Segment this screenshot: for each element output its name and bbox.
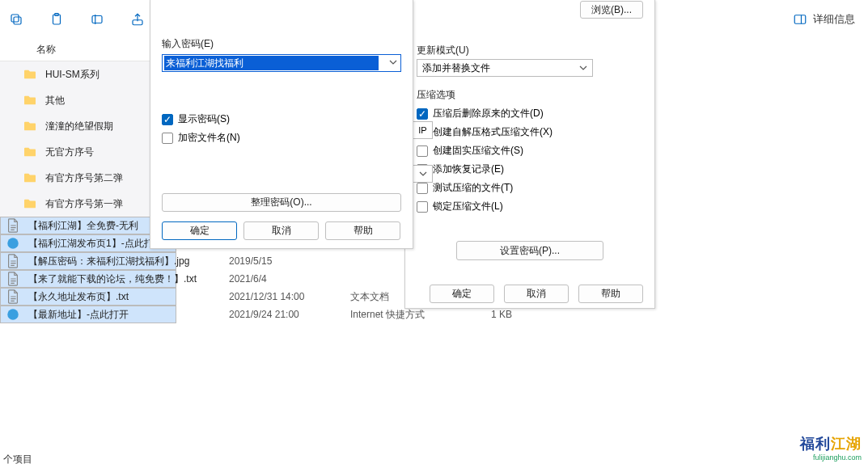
folder-icon	[23, 119, 37, 133]
svg-rect-1	[11, 15, 19, 22]
file-size: 1 KB	[464, 309, 512, 320]
compress-option-checkbox[interactable]: 测试压缩的文件(T)	[417, 181, 643, 195]
update-mode-select[interactable]: 添加并替换文件	[417, 59, 593, 77]
checkbox-checked-icon: ✓	[162, 114, 173, 125]
paste-icon[interactable]	[49, 11, 65, 27]
select-edge[interactable]	[413, 165, 433, 183]
file-row[interactable]: 【解压密码：来福利江湖找福利】.jpg2019/5/15	[0, 252, 176, 270]
pw-ok-button[interactable]: 确定	[162, 221, 237, 240]
set-password-button[interactable]: 设置密码(P)...	[456, 241, 603, 260]
file-name: 【最新地址】-点此打开	[28, 308, 221, 322]
chevron-down-icon	[579, 64, 587, 72]
pw-help-button[interactable]: 帮助	[325, 221, 400, 240]
checkbox-icon	[417, 201, 428, 213]
file-row[interactable]: 【永久地址发布页】.txt2021/12/31 14:00文本文档1 KB	[0, 288, 176, 306]
file-date: 2021/6/4	[229, 273, 342, 285]
checkbox-icon	[417, 145, 428, 157]
password-dialog: 输入密码(E) ✓ 显示密码(S) 加密文件名(N) 整理密码(O)... 确定…	[150, 0, 413, 249]
document-icon	[6, 272, 20, 286]
archive-help-button[interactable]: 帮助	[578, 285, 643, 303]
file-name: 【来了就能下载的论坛，纯免费！】.txt	[28, 272, 221, 286]
chevron-down-icon[interactable]	[389, 58, 397, 66]
password-input[interactable]	[164, 56, 379, 70]
format-select-edge[interactable]: IP	[413, 121, 433, 139]
document-icon	[6, 218, 20, 233]
folder-icon	[23, 93, 37, 108]
watermark: 福利江湖 fulijianghu.com	[800, 434, 862, 462]
compress-option-checkbox[interactable]: 添加恢复记录(E)	[417, 162, 643, 176]
file-date: 2021/12/31 14:00	[229, 291, 342, 302]
update-mode-label: 更新模式(U)	[417, 44, 643, 57]
details-label[interactable]: 详细信息	[813, 12, 855, 27]
checkbox-icon	[162, 133, 173, 144]
svg-point-7	[7, 238, 19, 249]
edge-browser-icon	[6, 307, 20, 322]
document-icon	[6, 289, 20, 304]
archive-options-dialog: 浏览(B)... 更新模式(U) 添加并替换文件 压缩选项 ✓压缩后删除原来的文…	[404, 0, 655, 309]
compress-options-group: 压缩选项 ✓压缩后删除原来的文件(D)创建自解压格式压缩文件(X)创建固实压缩文…	[417, 88, 643, 213]
svg-rect-6	[794, 15, 806, 24]
edge-browser-icon	[6, 236, 20, 251]
file-type: Internet 快捷方式	[350, 308, 455, 322]
archive-ok-button[interactable]: 确定	[430, 285, 494, 303]
folder-icon	[23, 196, 37, 211]
show-password-checkbox[interactable]: ✓ 显示密码(S)	[162, 112, 401, 126]
archive-cancel-button[interactable]: 取消	[504, 285, 569, 303]
details-pane-icon[interactable]	[792, 11, 808, 27]
folder-icon	[23, 171, 37, 185]
manage-passwords-button[interactable]: 整理密码(O)...	[162, 193, 401, 212]
file-date: 2021/9/24 21:00	[229, 309, 342, 320]
file-name: 【永久地址发布页】.txt	[28, 290, 221, 304]
checkbox-checked-icon: ✓	[417, 108, 428, 120]
file-row[interactable]: 【来了就能下载的论坛，纯免费！】.txt2021/6/4	[0, 270, 176, 288]
password-label: 输入密码(E)	[162, 37, 401, 51]
status-bar: 个项目	[3, 453, 32, 466]
compress-option-checkbox[interactable]: 创建自解压格式压缩文件(X)	[417, 125, 643, 139]
compress-option-checkbox[interactable]: ✓压缩后删除原来的文件(D)	[417, 107, 643, 120]
svg-point-8	[7, 309, 19, 320]
document-icon	[6, 254, 20, 268]
share-icon[interactable]	[129, 11, 146, 27]
folder-icon	[23, 145, 37, 159]
compress-option-checkbox[interactable]: 创建固实压缩文件(S)	[417, 144, 643, 158]
checkbox-icon	[417, 183, 428, 194]
rename-icon[interactable]	[89, 11, 105, 27]
file-date: 2019/5/15	[229, 255, 342, 267]
password-combo[interactable]	[162, 54, 401, 72]
copy-icon[interactable]	[8, 11, 24, 27]
folder-icon	[23, 67, 37, 82]
file-row[interactable]: 【最新地址】-点此打开2021/9/24 21:00Internet 快捷方式1…	[0, 306, 176, 323]
svg-rect-4	[92, 16, 102, 23]
compress-option-checkbox[interactable]: 锁定压缩文件(L)	[417, 200, 643, 213]
browse-button[interactable]: 浏览(B)...	[580, 1, 643, 19]
pw-cancel-button[interactable]: 取消	[243, 221, 319, 240]
file-name: 【解压密码：来福利江湖找福利】.jpg	[28, 255, 221, 268]
svg-rect-0	[14, 17, 21, 24]
encrypt-filename-checkbox[interactable]: 加密文件名(N)	[162, 131, 401, 145]
